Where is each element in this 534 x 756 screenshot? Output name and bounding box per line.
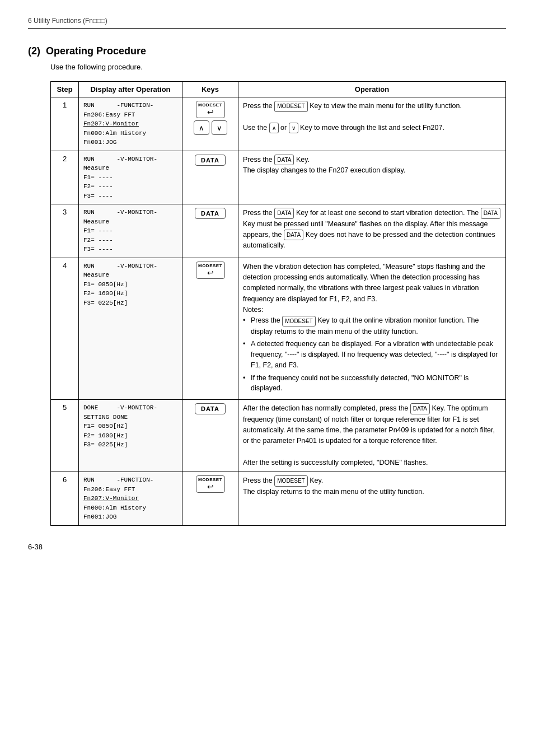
- keys-4: MODESET ↩: [182, 258, 238, 400]
- inline-up-key: ∧: [269, 123, 279, 134]
- operation-6: Press the MODESET Key. The display retur…: [238, 472, 506, 526]
- page-footer: 6-38: [28, 543, 506, 551]
- bullet-4-1: Press the MODESET Key to quit the online…: [243, 315, 501, 337]
- table-row: 4 RUN -V-MONITOR- Measure F1= 0850[Hz] F…: [51, 258, 506, 400]
- inline-down-key: ∨: [289, 123, 298, 134]
- bullet-4-3: If the frequency could not be successful…: [243, 373, 501, 394]
- down-arrow-key: ∨: [212, 120, 227, 135]
- inline-data-key-3: DATA: [274, 208, 294, 219]
- data-key-3: DATA: [195, 208, 226, 219]
- operation-2: Press the DATA Key. The display changes …: [238, 151, 506, 204]
- procedure-table: Step Display after Operation Keys Operat…: [50, 81, 506, 526]
- inline-data-key-3c: DATA: [284, 230, 303, 241]
- display-1: RUN -FUNCTION- Fn206:Easy FFT Fn207:V-Mo…: [79, 97, 182, 151]
- step-1: 1: [51, 97, 79, 151]
- data-key-5: DATA: [195, 403, 226, 414]
- keys-1: MODESET ↩ ∧ ∨: [182, 97, 238, 151]
- operation-5: After the detection has normally complet…: [238, 400, 506, 472]
- display-3: RUN -V-MONITOR- Measure F1= ---- F2= ---…: [79, 204, 182, 258]
- step-3: 3: [51, 204, 79, 258]
- table-row: 5 DONE -V-MONITOR- SETTING DONE F1= 0850…: [51, 400, 506, 472]
- col-header-operation: Operation: [238, 82, 506, 97]
- section-number: (2): [28, 45, 40, 57]
- col-header-keys: Keys: [182, 82, 238, 97]
- inline-data-key: DATA: [274, 155, 294, 166]
- col-header-display: Display after Operation: [79, 82, 182, 97]
- step-4: 4: [51, 258, 79, 400]
- section-title: (2) Operating Procedure: [28, 45, 506, 57]
- step-6: 6: [51, 472, 79, 526]
- inline-data-key-3b: DATA: [481, 208, 500, 219]
- table-row: 1 RUN -FUNCTION- Fn206:Easy FFT Fn207:V-…: [51, 97, 506, 151]
- modeset-key-icon: MODESET ↩: [196, 101, 225, 118]
- keys-3: DATA: [182, 204, 238, 258]
- display-4: RUN -V-MONITOR- Measure F1= 0850[Hz] F2=…: [79, 258, 182, 400]
- inline-data-key-5: DATA: [410, 403, 430, 414]
- operation-1: Press the MODESET Key to view the main m…: [238, 97, 506, 151]
- bullet-4-2: A detected frequency can be displayed. F…: [243, 339, 501, 370]
- table-row: 2 RUN -V-MONITOR- Measure F1= ---- F2= -…: [51, 151, 506, 204]
- operation-4: When the vibration detection has complet…: [238, 258, 506, 400]
- inline-modeset-key: MODESET: [274, 101, 307, 112]
- bullet-list-4: Press the MODESET Key to quit the online…: [243, 315, 501, 394]
- inline-modeset-key-4: MODESET: [282, 316, 315, 326]
- operation-3: Press the DATA Key for at least one seco…: [238, 204, 506, 258]
- keys-5: DATA: [182, 400, 238, 472]
- display-2: RUN -V-MONITOR- Measure F1= ---- F2= ---…: [79, 151, 182, 204]
- modeset-key-6: MODESET ↩: [196, 475, 225, 493]
- table-row: 3 RUN -V-MONITOR- Measure F1= ---- F2= -…: [51, 204, 506, 258]
- keys-6: MODESET ↩: [182, 472, 238, 526]
- display-5: DONE -V-MONITOR- SETTING DONE F1= 0850[H…: [79, 400, 182, 472]
- page-number: 6-38: [28, 543, 43, 551]
- display-6: RUN -FUNCTION- Fn206:Easy FFT Fn207:V-Mo…: [79, 472, 182, 526]
- modeset-key-4: MODESET ↩: [196, 262, 225, 279]
- data-key: DATA: [195, 155, 226, 166]
- header-text: 6 Utility Functions (Fn□□□): [28, 17, 107, 25]
- inline-modeset-key-6: MODESET: [274, 475, 307, 487]
- page-header: 6 Utility Functions (Fn□□□): [28, 17, 506, 29]
- up-arrow-key: ∧: [194, 120, 209, 135]
- section-subtitle: Use the following procedure.: [50, 63, 506, 71]
- section-title-text: Operating Procedure: [46, 45, 146, 57]
- keys-2: DATA: [182, 151, 238, 204]
- table-row: 6 RUN -FUNCTION- Fn206:Easy FFT Fn207:V-…: [51, 472, 506, 526]
- step-5: 5: [51, 400, 79, 472]
- col-header-step: Step: [51, 82, 79, 97]
- step-2: 2: [51, 151, 79, 204]
